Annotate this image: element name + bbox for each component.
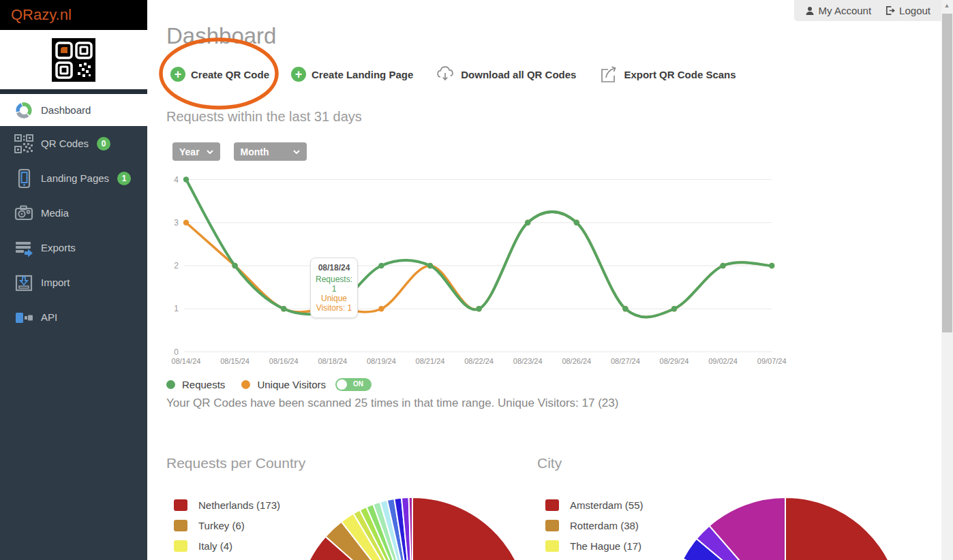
year-dropdown-label: Year [179, 146, 200, 157]
toggle-on-label: ON [353, 380, 363, 388]
svg-text:08/23/24: 08/23/24 [513, 357, 543, 365]
svg-text:3: 3 [174, 218, 179, 228]
chart-tooltip: 08/18/24 Requests: 1 Unique Visitors: 1 [310, 258, 358, 318]
download-all-qr-codes-button[interactable]: Download all QR Codes [435, 64, 576, 84]
requests-legend-label: Requests [182, 379, 225, 390]
legend-chip [545, 520, 559, 531]
year-dropdown[interactable]: Year [172, 142, 220, 161]
actions-toolbar: + Create QR Code + Create Landing Page D… [170, 64, 736, 84]
action-label: Export QR Code Scans [624, 69, 736, 80]
sidebar-item-label: QR Codes [41, 138, 89, 149]
svg-text:08/21/24: 08/21/24 [416, 357, 445, 365]
scrollbar-thumb[interactable] [942, 14, 952, 332]
month-dropdown[interactable]: Month [234, 142, 307, 161]
sidebar-separator [0, 89, 147, 94]
legend-chip [174, 540, 187, 552]
qr-logo-icon [52, 38, 95, 82]
svg-text:08/26/24: 08/26/24 [562, 357, 591, 365]
tooltip-requests: Requests: 1 [314, 275, 354, 294]
page-title: Dashboard [166, 23, 276, 49]
sidebar-item-landing-pages[interactable]: Landing Pages 1 [0, 161, 147, 196]
brand-bar: QRazy.nl [0, 0, 147, 30]
export-qr-code-scans-button[interactable]: Export QR Code Scans [598, 64, 736, 84]
logo-box [0, 30, 147, 89]
sidebar-item-dashboard[interactable]: Dashboard [0, 94, 147, 126]
import-icon [14, 273, 34, 293]
my-account-button[interactable]: My Account [805, 5, 872, 16]
brand-logo-text: QRazy.nl [11, 6, 72, 24]
tooltip-unique-visitors: Unique Visitors: 1 [314, 294, 354, 313]
requests-line-chart[interactable]: 0123408/14/2408/15/2408/16/2408/18/2408/… [166, 172, 787, 377]
unique-visitors-legend-label: Unique Visitors [257, 379, 326, 390]
requests-heading: Requests within the last 31 days [166, 109, 362, 125]
scroll-up-arrow[interactable]: ▲ [943, 3, 950, 8]
sidebar-item-qr-codes[interactable]: QR Codes 0 [0, 126, 147, 161]
city-pie-chart[interactable] [669, 497, 901, 560]
city-heading: City [537, 455, 562, 471]
month-dropdown-label: Month [241, 146, 269, 157]
legend-chip [174, 520, 187, 531]
export-icon [598, 64, 618, 84]
logout-label: Logout [899, 5, 931, 16]
vertical-scrollbar[interactable]: ▲ [941, 0, 953, 560]
account-bar: My Account Logout [794, 0, 941, 21]
toggle-knob [337, 379, 347, 390]
user-icon [805, 6, 815, 16]
landing-pages-count-badge: 1 [117, 172, 131, 185]
svg-text:08/15/24: 08/15/24 [220, 357, 249, 365]
chevron-down-icon [207, 150, 213, 154]
svg-text:08/14/24: 08/14/24 [172, 357, 201, 365]
sidebar-item-label: Exports [41, 242, 76, 253]
sidebar-nav: Dashboard [0, 94, 147, 335]
scan-summary-text: Your QR Codes have been scanned 25 times… [166, 396, 618, 410]
logout-icon [885, 5, 895, 16]
action-label: Create Landing Page [312, 69, 413, 80]
dashboard-donut-icon [14, 100, 34, 121]
requests-legend-dot [166, 380, 175, 389]
api-plug-icon [14, 307, 34, 328]
svg-text:08/29/24: 08/29/24 [660, 357, 689, 365]
logout-button[interactable]: Logout [885, 5, 931, 16]
action-label: Download all QR Codes [461, 69, 576, 80]
sidebar-item-media[interactable]: Media [0, 196, 147, 230]
landing-pages-phone-icon [14, 168, 34, 189]
svg-text:09/02/24: 09/02/24 [708, 357, 738, 365]
svg-text:4: 4 [174, 175, 179, 185]
legend-chip [174, 499, 187, 511]
create-qr-code-button[interactable]: + Create QR Code [170, 67, 269, 82]
sidebar-item-label: Media [41, 207, 69, 219]
sidebar-item-import[interactable]: Import [0, 265, 147, 300]
country-pie-chart[interactable] [297, 497, 528, 560]
svg-text:0: 0 [174, 347, 179, 357]
svg-text:08/18/24: 08/18/24 [318, 357, 347, 365]
sidebar-item-label: API [41, 311, 57, 323]
plus-icon: + [170, 67, 185, 82]
legend-label: Rotterdam (38) [570, 520, 639, 531]
qr-codes-icon [14, 134, 34, 154]
sidebar-item-exports[interactable]: Exports [0, 230, 147, 265]
my-account-label: My Account [819, 5, 872, 16]
create-landing-page-button[interactable]: + Create Landing Page [291, 67, 413, 82]
svg-text:1: 1 [174, 304, 179, 313]
chart-filters: Year Month [172, 142, 307, 161]
svg-text:08/16/24: 08/16/24 [269, 357, 299, 365]
chart-legend: Requests Unique Visitors ON [166, 378, 372, 391]
legend-label: Netherlands (173) [198, 499, 280, 511]
plus-icon: + [291, 67, 306, 82]
sidebar: QRazy.nl [0, 0, 147, 560]
svg-text:08/19/24: 08/19/24 [367, 357, 396, 365]
legend-label: Turkey (6) [198, 520, 245, 531]
app-screen: QRazy.nl [0, 0, 953, 560]
exports-icon [14, 238, 34, 258]
svg-text:2: 2 [174, 261, 179, 270]
country-heading: Requests per Country [166, 455, 305, 471]
sidebar-item-label: Landing Pages [41, 172, 109, 184]
unique-visitors-toggle[interactable]: ON [335, 378, 372, 391]
legend-label: Italy (4) [198, 540, 232, 552]
sidebar-item-api[interactable]: API [0, 300, 147, 335]
chevron-down-icon [293, 150, 300, 154]
line-chart-canvas: 0123408/14/2408/15/2408/16/2408/18/2408/… [166, 172, 787, 377]
legend-label: The Hague (17) [570, 540, 641, 552]
cloud-download-icon [435, 64, 455, 84]
svg-text:09/07/24: 09/07/24 [757, 357, 787, 365]
